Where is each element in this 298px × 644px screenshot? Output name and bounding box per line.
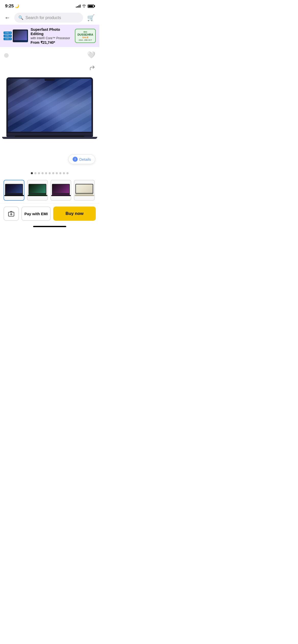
search-placeholder: Search for products	[25, 16, 61, 20]
carousel-dot-4[interactable]	[42, 172, 44, 174]
carousel-dot-9[interactable]	[59, 172, 61, 174]
intel-chips: CORE i5 CORE i7 CORE i9	[4, 32, 12, 40]
home-bar	[33, 226, 66, 227]
promo-banner[interactable]: CORE i5 CORE i7 CORE i9 Superfast Photo …	[0, 25, 99, 47]
carousel-dot-1[interactable]	[31, 172, 33, 174]
carousel-dot-3[interactable]	[38, 172, 40, 174]
banner-images: CORE i5 CORE i7 CORE i9	[4, 30, 28, 42]
thumb-screen-midnight	[5, 184, 23, 194]
thumbnail-midnight[interactable]	[4, 180, 24, 201]
carousel-dot-10[interactable]	[63, 172, 65, 174]
carousel-dot-5[interactable]	[45, 172, 47, 174]
macbook-bottom	[2, 137, 97, 139]
carousel-dot-2[interactable]	[34, 172, 36, 174]
search-bar[interactable]: 🔍 Search for products	[14, 13, 83, 23]
buy-now-button[interactable]: Buy now	[53, 207, 96, 221]
header: ← 🔍 Search for products 🛒	[0, 11, 99, 25]
dussehra-badge: BIG DUSSEHRA SALE 22nd - 29th OCT	[75, 29, 96, 43]
thumbnail-starlight[interactable]	[74, 180, 95, 201]
home-indicator	[0, 224, 99, 228]
badge-sale: SALE	[77, 36, 93, 39]
thumbnail-purple[interactable]	[50, 180, 71, 201]
macbook-screen	[6, 77, 93, 133]
search-icon: 🔍	[18, 15, 23, 20]
product-image-area: 🤍 i Details	[0, 47, 99, 169]
back-button[interactable]: ←	[4, 13, 11, 22]
product-main-image	[6, 77, 93, 139]
add-to-cart-button[interactable]	[4, 207, 19, 221]
status-bar: 9:25 🌙	[0, 0, 99, 11]
color-thumbnails	[0, 177, 99, 203]
carousel-dot-7[interactable]	[52, 172, 54, 174]
thumb-screen-teal	[29, 184, 46, 194]
thumb-screen-purple	[52, 184, 70, 194]
battery-icon	[88, 5, 94, 8]
details-label: Details	[79, 157, 91, 162]
badge-main: DUSSEHRA	[77, 33, 93, 36]
macbook-base	[6, 133, 93, 137]
badge-dates: 22nd - 29th OCT	[77, 39, 93, 41]
image-dot-indicator	[4, 53, 9, 58]
thumb-screen-starlight	[75, 184, 93, 194]
banner-price: From ₹21,740*	[31, 40, 72, 45]
wishlist-button[interactable]: 🤍	[87, 51, 95, 59]
pay-with-emi-button[interactable]: Pay with EMI	[21, 207, 51, 221]
wifi-icon	[82, 4, 86, 8]
badge-big: BIG	[77, 31, 93, 33]
buy-now-label: Buy now	[65, 211, 84, 216]
bottom-action-bar: Pay with EMI Buy now	[0, 203, 99, 224]
share-button[interactable]	[89, 65, 95, 72]
signal-icon	[76, 5, 80, 8]
info-icon: i	[73, 157, 78, 162]
carousel-dot-8[interactable]	[56, 172, 58, 174]
carousel-dots	[0, 169, 99, 177]
cart-button[interactable]: 🛒	[86, 13, 96, 22]
status-icons	[76, 4, 94, 8]
screen-notch	[45, 79, 55, 81]
banner-subtitle: with Intel® Core™ Processor	[31, 36, 72, 40]
moon-icon: 🌙	[15, 4, 19, 8]
thumbnail-teal[interactable]	[27, 180, 48, 201]
emi-label: Pay with EMI	[24, 212, 48, 216]
banner-text: Superfast Photo Editing with Intel® Core…	[31, 27, 72, 45]
banner-title: Superfast Photo Editing	[31, 27, 72, 36]
carousel-dot-11[interactable]	[66, 172, 69, 174]
status-time: 9:25	[5, 4, 14, 9]
details-button[interactable]: i Details	[68, 154, 95, 164]
banner-laptop-image	[13, 30, 28, 42]
carousel-dot-6[interactable]	[49, 172, 51, 174]
